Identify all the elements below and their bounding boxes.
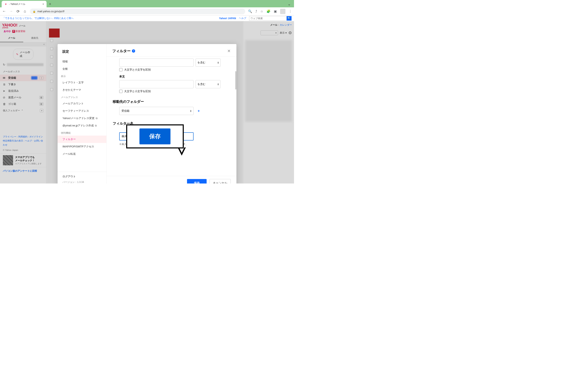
modal-footer: 保存 キャンセル <box>107 176 236 184</box>
help-icon[interactable]: ? <box>132 49 135 53</box>
search-icon[interactable]: 🔍 <box>248 9 252 13</box>
url-text: mail.yahoo.co.jp/u/pc/f/ <box>37 10 65 13</box>
annotation-save-label: 保存 <box>139 128 171 144</box>
browser-chrome: ▾ - Yahoo!メール × + ⌄ ← → ⟳ ⌂ 🔒 mail.yahoo… <box>0 0 294 16</box>
news-headline-link[interactable]: 「できるようになってから、では解決しない」内戦にあえぐ国へ <box>2 17 73 20</box>
tabs-overflow-icon[interactable]: ⌄ <box>288 2 291 6</box>
new-tab-button[interactable]: + <box>47 1 53 7</box>
tab-close-icon[interactable]: × <box>43 2 44 6</box>
add-folder-icon[interactable]: + <box>198 109 200 113</box>
cancel-button[interactable]: キャンセル <box>209 179 231 184</box>
body-field-label: 本文 <box>119 75 231 78</box>
lock-icon: 🔒 <box>33 10 36 13</box>
back-button[interactable]: ← <box>2 9 6 13</box>
section-header-mail-address: メールアドレス <box>58 94 106 100</box>
sidebar-item-layout[interactable]: レイアウト・文字 <box>58 79 106 86</box>
close-icon[interactable]: ✕ <box>227 49 231 53</box>
checkbox-input[interactable] <box>119 68 122 71</box>
folder-select[interactable]: 受信箱 ▴▾ <box>119 107 194 115</box>
modal-title: フィルター <box>112 49 131 53</box>
tab-title: - Yahoo!メール <box>9 2 41 6</box>
annotation-arrow <box>178 147 186 156</box>
modal-header: フィルター ? ✕ <box>107 44 236 57</box>
settings-title: 設定 <box>58 47 106 58</box>
tab-bar: ▾ - Yahoo!メール × + ⌄ <box>0 0 294 7</box>
sidebar-item-forward[interactable]: メール転送 <box>58 150 106 158</box>
select-caret-icon: ▴▾ <box>218 83 219 85</box>
url-bar[interactable]: 🔒 mail.yahoo.co.jp/u/pc/f/ <box>30 8 245 14</box>
modal-body: を含む ▴▾ 大文字と小文字を区別 本文 を含む ▴▾ <box>107 57 236 176</box>
case-sensitive-checkbox-2[interactable]: 大文字と小文字を区別 <box>119 90 231 93</box>
sidebar-item-label: @ymail.ne.jpアドレス作成 <box>62 124 94 127</box>
checkbox-input[interactable] <box>119 90 122 93</box>
yahoo-favicon: ▾ <box>4 2 7 6</box>
save-button[interactable]: 保存 <box>187 179 207 184</box>
forward-button[interactable]: → <box>9 9 13 13</box>
sidebar-item-imap[interactable]: IMAP/POP/SMTPアクセス <box>58 143 106 150</box>
sidebar-item-change-address[interactable]: Yahoo!メールアドレス変更 ⧉ <box>58 115 106 122</box>
bookmark-icon[interactable]: ☆ <box>260 9 263 13</box>
checkbox-label: 大文字と小文字を区別 <box>124 90 151 93</box>
select-caret-icon: ▴▾ <box>218 61 219 64</box>
external-link-icon: ⧉ <box>96 117 98 120</box>
sidebar-item-create-ymail[interactable]: @ymail.ne.jpアドレス作成 ⧉ <box>58 122 106 129</box>
condition-select-1[interactable]: を含む ▴▾ <box>196 58 221 67</box>
scrollbar[interactable] <box>235 71 236 90</box>
select-caret-icon: ▴▾ <box>190 110 191 112</box>
main-area: YAHOO! メール JAPAN あやか P新規登録 メール 連絡先 « ✎ メ… <box>0 21 294 184</box>
annotation-callout: 保存 <box>126 124 184 149</box>
select-label: を含む <box>198 61 205 64</box>
sidebar-item-mail-account[interactable]: メールアカウント <box>58 100 106 107</box>
select-label: を含む <box>198 82 205 86</box>
case-sensitive-checkbox-1[interactable]: 大文字と小文字を区別 <box>119 68 231 72</box>
move-to-label: 移動先のフォルダー <box>113 99 231 104</box>
yahoo-top-bar: 「できるようになってから、では解決しない」内戦にあえぐ国へ Yahoo! JAP… <box>0 16 294 21</box>
help-link[interactable]: ヘルプ <box>239 17 246 20</box>
sidebar-item-theme[interactable]: きせかえテーマ <box>58 86 106 94</box>
share-icon[interactable]: ⤴ <box>255 9 257 13</box>
section-header-convenience: 便利機能 <box>58 129 106 136</box>
menu-icon[interactable]: ⋮ <box>289 9 292 13</box>
web-search-button[interactable]: 🔍 <box>287 16 292 21</box>
logout-link[interactable]: ログアウト <box>62 175 102 178</box>
sidebar-item-filter[interactable]: フィルター <box>58 136 106 143</box>
checkbox-label: 大文字と小文字を区別 <box>124 68 151 72</box>
address-bar: ← → ⟳ ⌂ 🔒 mail.yahoo.co.jp/u/pc/f/ 🔍 ⤴ ☆… <box>0 7 294 16</box>
reload-button[interactable]: ⟳ <box>16 9 20 14</box>
body-condition-input[interactable] <box>119 80 194 88</box>
settings-sidebar: 設定 情報 全般 表示 レイアウト・文字 きせかえテーマ メールアドレス メール… <box>58 44 107 184</box>
yahoo-japan-link[interactable]: Yahoo! JAPAN <box>219 17 236 20</box>
section-header-display: 表示 <box>58 73 106 79</box>
settings-main: フィルター ? ✕ を含む ▴▾ 大文字と小文字 <box>107 44 236 184</box>
sidebar-item-safety-address[interactable]: セーフティーアドレス <box>58 107 106 115</box>
profile-avatar[interactable] <box>280 9 285 14</box>
folder-select-value: 受信箱 <box>121 109 130 113</box>
sidebar-item-label: Yahoo!メールアドレス変更 <box>62 117 95 120</box>
browser-tab[interactable]: ▾ - Yahoo!メール × <box>2 1 47 7</box>
sidebar-item-general[interactable]: 全般 <box>58 65 106 73</box>
web-search-input[interactable] <box>249 16 287 21</box>
sidebar-item-info[interactable]: 情報 <box>58 58 106 65</box>
body-condition-select[interactable]: を含む ▴▾ <box>196 80 221 88</box>
version-text: バージョン：1.3.34 <box>62 180 102 184</box>
condition-input-1[interactable] <box>119 58 194 67</box>
home-button[interactable]: ⌂ <box>23 9 27 13</box>
settings-modal: 設定 情報 全般 表示 レイアウト・文字 きせかえテーマ メールアドレス メール… <box>58 44 236 184</box>
extensions-icon[interactable]: 🧩 <box>267 9 270 13</box>
panel-icon[interactable]: ▣ <box>274 9 277 13</box>
external-link-icon: ⧉ <box>95 124 97 127</box>
